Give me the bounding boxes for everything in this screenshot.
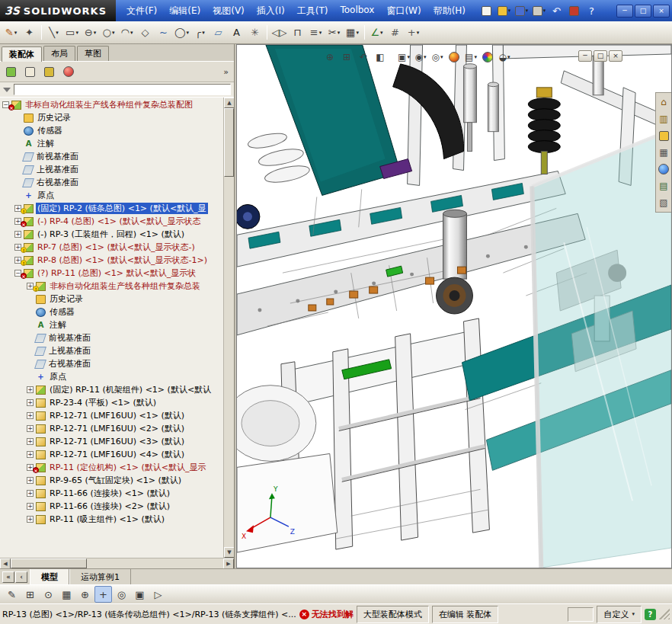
repair-sketch-button[interactable]: #	[386, 24, 404, 41]
straight-slot-button[interactable]: ⊖▾	[82, 24, 99, 41]
reference-plane-button[interactable]: ▱	[210, 24, 227, 41]
tree-item-0[interactable]: −×非标自动化组装生产线各种组件复杂总装配图	[0, 98, 223, 111]
view-palette-button[interactable]: ▦	[657, 146, 670, 159]
tree-item-4[interactable]: 前视基准面	[0, 150, 223, 163]
tree-item-32[interactable]: +RP-11 (吸主组件) <1> (默认)	[0, 513, 223, 526]
smart-dimension-button[interactable]: ✦	[21, 24, 38, 41]
tree-item-20[interactable]: 右视基准面	[0, 357, 223, 370]
tree-item-22[interactable]: +(固定) RP-11 (机架组件) <1> (默认<默认	[0, 383, 223, 396]
tree-item-25[interactable]: +RP-12-71 (LMF16UU) <2> (默认)	[0, 422, 223, 435]
ptab-1[interactable]: 布局	[43, 46, 75, 61]
help-button[interactable]: ?	[645, 609, 656, 620]
tree-item-18[interactable]: 前视基准面	[0, 331, 223, 344]
ptab-2[interactable]: 草图	[77, 46, 109, 61]
scroll-left-button[interactable]: ◀	[0, 558, 11, 569]
tree-item-29[interactable]: +RP-9-65 (气缸固定块) <1> (默认)	[0, 474, 223, 487]
scroll-track[interactable]	[11, 558, 223, 568]
menu-item-2[interactable]: 视图(V)	[206, 2, 251, 21]
tree-item-17[interactable]: A注解	[0, 318, 223, 331]
doc-close-button[interactable]: ×	[609, 50, 622, 62]
tree-item-14[interactable]: +!非标自动化组装生产线各种组件复杂总装	[0, 280, 223, 293]
tree-item-30[interactable]: +RP-11-66 (连接块) <1> (默认)	[0, 487, 223, 500]
graphics-viewport[interactable]: X Y Z ⊕⊞↶◧▣▾◉▾◎▾▤▾◒▾ ─□× ⌂▥▦▤▧	[236, 44, 672, 568]
configurationmanager-button[interactable]	[40, 63, 58, 80]
new-document-button[interactable]	[478, 2, 495, 19]
menu-item-4[interactable]: 工具(T)	[291, 2, 334, 21]
scroll-thumb[interactable]	[224, 108, 234, 177]
expand-icon[interactable]: +	[27, 451, 34, 458]
tree-item-7[interactable]: +原点	[0, 189, 223, 202]
tree-item-3[interactable]: A注解	[0, 137, 223, 150]
first-tab-button[interactable]: «	[2, 571, 14, 583]
smart-fasteners-button[interactable]: ⊕	[76, 586, 94, 603]
point-button[interactable]: ✳	[246, 24, 264, 41]
featuremanager-button[interactable]	[2, 63, 20, 80]
offset-entities-button[interactable]: ≡▾	[307, 24, 325, 41]
display-style-button[interactable]: ◉▾	[413, 50, 428, 65]
expand-icon[interactable]: +	[27, 412, 34, 419]
minimize-button[interactable]: ─	[616, 5, 633, 18]
linear-sketch-pattern-button[interactable]: ▦▾	[344, 24, 361, 41]
scroll-thumb[interactable]	[11, 558, 87, 568]
tree-horizontal-scrollbar[interactable]: ◀ ▶	[0, 558, 234, 568]
expand-icon[interactable]: +	[27, 490, 34, 497]
spline-button[interactable]: ~	[155, 24, 172, 41]
expand-icon[interactable]: +	[27, 386, 34, 393]
view-settings-button[interactable]: ◒▾	[497, 50, 512, 65]
menu-item-1[interactable]: 编辑(E)	[163, 2, 206, 21]
tree-item-1[interactable]: 历史记录	[0, 111, 223, 124]
edit-component-button[interactable]: ✎	[3, 586, 21, 603]
tree-item-31[interactable]: +RP-11-66 (连接块) <2> (默认)	[0, 500, 223, 513]
tree-item-6[interactable]: 右视基准面	[0, 176, 223, 189]
ptab-0[interactable]: 装配体	[2, 46, 42, 62]
propertymanager-button[interactable]	[21, 63, 39, 80]
display-relations-button[interactable]: ∠▾	[368, 24, 386, 41]
tree-item-11[interactable]: +!RP-7 (总图) <1> (默认<默认_显示状态-)	[0, 241, 223, 254]
resize-grip[interactable]	[659, 609, 670, 619]
tree-item-5[interactable]: 上视基准面	[0, 163, 223, 176]
menu-item-3[interactable]: 插入(I)	[251, 2, 291, 21]
expand-icon[interactable]: +	[27, 516, 34, 523]
scroll-up-button[interactable]: ▲	[224, 98, 235, 108]
polygon-button[interactable]: ◇	[136, 24, 154, 41]
trim-entities-button[interactable]: ✂▾	[325, 24, 343, 41]
status-custom-dropdown[interactable]: 自定义 ▾	[597, 606, 642, 623]
doc-minimize-button[interactable]: ─	[578, 50, 592, 62]
expand-icon[interactable]: +	[14, 231, 21, 238]
print-button[interactable]: ▾	[530, 2, 548, 19]
expand-icon[interactable]: +	[27, 477, 34, 484]
expand-icon[interactable]: +	[27, 425, 34, 432]
corner-rectangle-button[interactable]: ▭▾	[63, 24, 81, 41]
solidworks-resources-button[interactable]: ⌂	[657, 95, 670, 109]
doc-restore-button[interactable]: □	[594, 50, 607, 62]
text-button[interactable]: A	[228, 24, 245, 41]
linear-component-pattern-button[interactable]: ▦	[58, 586, 75, 603]
previous-view-button[interactable]: ↶	[356, 50, 371, 65]
previous-tab-button[interactable]: ‹	[15, 571, 27, 583]
mirror-entities-button[interactable]: ◁▷	[270, 24, 288, 41]
displaymanager-button[interactable]	[59, 63, 77, 80]
show-hidden-components-button[interactable]: ◎	[113, 586, 130, 603]
centerpoint-arc-button[interactable]: ◠▾	[118, 24, 136, 41]
expand-icon[interactable]: +	[27, 399, 34, 406]
zoom-fit-button[interactable]: ⊕	[322, 50, 338, 65]
tree-item-2[interactable]: 传感器	[0, 124, 223, 137]
tree-item-12[interactable]: +!RP-8 (总图) <1> (默认<默认_显示状态-1>)	[0, 254, 223, 267]
scroll-right-button[interactable]: ▶	[223, 558, 234, 569]
open-document-button[interactable]: ▾	[495, 2, 513, 19]
rebuild-button[interactable]	[565, 2, 583, 19]
save-button[interactable]: ▾	[513, 2, 530, 19]
tree-item-27[interactable]: +RP-12-71 (LMF16UU) <4> (默认)	[0, 448, 223, 461]
menu-item-6[interactable]: 窗口(W)	[380, 2, 427, 21]
insert-components-button[interactable]: ⊞	[21, 586, 39, 603]
tree-item-21[interactable]: +原点	[0, 370, 223, 383]
expand-icon[interactable]: +	[27, 438, 34, 445]
tree-item-26[interactable]: +RP-12-71 (LMF16UU) <3> (默认)	[0, 435, 223, 448]
line-button[interactable]: ╲▾	[45, 24, 62, 41]
panel-overflow-button[interactable]: »	[220, 67, 232, 77]
tree-item-15[interactable]: 历史记录	[0, 293, 223, 306]
new-motion-study-button[interactable]: ▷	[149, 586, 167, 603]
tree-item-28[interactable]: +×RP-11 (定位机构) <1> (默认<默认_显示	[0, 461, 223, 474]
tree-item-24[interactable]: +RP-12-71 (LMF16UU) <1> (默认)	[0, 409, 223, 422]
expand-icon[interactable]: +	[27, 503, 34, 510]
